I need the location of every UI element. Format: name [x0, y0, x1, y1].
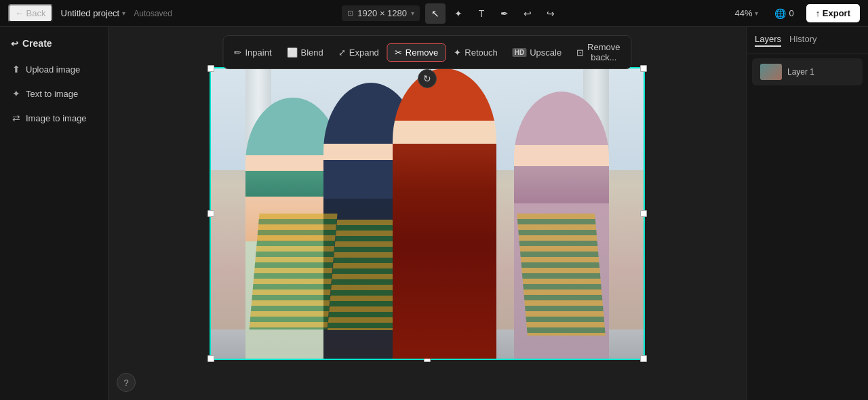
zoom-level: 44% [734, 8, 752, 18]
back-button[interactable]: ← Back [8, 4, 53, 22]
upscale-button[interactable]: HD Upscale [506, 44, 568, 61]
sidebar-image-to-image-label: Image to image [26, 113, 87, 123]
zoom-button[interactable]: 44% ▾ [730, 5, 762, 21]
layer-item[interactable]: Layer 1 [752, 58, 863, 85]
header-center: ⊡ 1920 × 1280 ▾ ↖ ✦ T ✒ ↩ ↪ [342, 3, 561, 24]
notif-icon: 🌐 [774, 8, 786, 19]
header-tools: ↖ ✦ T ✒ ↩ ↪ [425, 3, 561, 24]
tab-layers[interactable]: Layers [755, 34, 781, 47]
sidebar-item-text-to-image[interactable]: ✦ Text to image [5, 83, 102, 104]
remove-background-button[interactable]: ⊡ Remove back... [570, 39, 627, 66]
text-tool-button[interactable]: T [471, 3, 492, 24]
zoom-chevron-icon: ▾ [755, 9, 758, 17]
image-to-image-icon: ⇄ [12, 113, 20, 123]
main-content: ↩ Create ⬆ Upload image ✦ Text to image … [0, 27, 868, 400]
sidebar-item-image-to-image[interactable]: ⇄ Image to image [5, 107, 102, 129]
create-icon: ↩ [11, 39, 18, 49]
handle-top-right[interactable] [640, 65, 647, 72]
resolution-label: 1920 × 1280 [357, 8, 407, 18]
handle-middle-right[interactable] [640, 210, 647, 217]
handle-top-left[interactable] [208, 65, 214, 72]
notif-count: 0 [789, 8, 793, 18]
notification-button[interactable]: 🌐 0 [769, 5, 799, 22]
expand-icon: ⤢ [338, 47, 346, 58]
sidebar-text-to-image-label: Text to image [26, 89, 78, 99]
pen-tool-button[interactable]: ✒ [494, 3, 515, 24]
inpaint-icon: ✏ [234, 47, 241, 58]
blend-icon: ⬜ [287, 47, 298, 58]
refresh-area: ↻ [418, 69, 437, 88]
text-to-image-icon: ✦ [12, 88, 20, 99]
resolution-button[interactable]: ⊡ 1920 × 1280 ▾ [342, 5, 420, 21]
project-chevron-icon: ▾ [122, 9, 125, 17]
remove-button[interactable]: ✂ Remove [387, 43, 446, 62]
right-panel-header: Layers History [747, 27, 868, 54]
right-panel: Layers History Layer 1 [746, 27, 868, 400]
retouch-icon: ✦ [454, 47, 461, 58]
image-frame[interactable] [210, 67, 645, 360]
sidebar-title: ↩ Create [5, 35, 102, 56]
sidebar: ↩ Create ⬆ Upload image ✦ Text to image … [0, 27, 108, 400]
help-button[interactable]: ? [117, 373, 136, 392]
select-tool-button[interactable]: ↖ [425, 3, 446, 24]
remove-icon: ✂ [395, 47, 402, 58]
autosaved-label: Autosaved [134, 9, 172, 18]
app-header: ← Back Untitled project ▾ Autosaved ⊡ 19… [0, 0, 868, 27]
canvas-image [211, 68, 644, 359]
layer-name: Layer 1 [787, 67, 814, 77]
redo-button[interactable]: ↪ [540, 3, 561, 24]
layer-thumbnail [760, 64, 782, 80]
retouch-button[interactable]: ✦ Retouch [447, 44, 504, 61]
project-name[interactable]: Untitled project ▾ [61, 8, 126, 18]
tab-history[interactable]: History [789, 34, 816, 47]
refresh-button[interactable]: ↻ [418, 69, 437, 88]
upload-icon: ⬆ [12, 64, 20, 75]
handle-bottom-right[interactable] [640, 355, 647, 362]
blend-button[interactable]: ⬜ Blend [280, 44, 330, 61]
sidebar-upload-label: Upload image [26, 64, 80, 75]
sidebar-item-upload-image[interactable]: ⬆ Upload image [5, 58, 102, 80]
handle-middle-left[interactable] [208, 210, 214, 217]
export-button[interactable]: ↑ Export [806, 4, 860, 22]
canvas-area: ✏ Inpaint ⬜ Blend ⤢ Expand ✂ Remove ✦ Re… [108, 27, 746, 400]
header-left: ← Back Untitled project ▾ Autosaved [8, 4, 172, 22]
magic-tool-button[interactable]: ✦ [448, 3, 469, 24]
undo-button[interactable]: ↩ [517, 3, 538, 24]
resolution-chevron-icon: ▾ [411, 9, 414, 17]
refresh-icon: ↻ [423, 73, 431, 84]
header-right: 44% ▾ 🌐 0 ↑ Export [730, 4, 860, 22]
inpaint-button[interactable]: ✏ Inpaint [227, 44, 278, 61]
hd-icon: HD [513, 48, 526, 57]
right-panel-tabs: Layers History [755, 34, 816, 47]
canvas-toolbar: ✏ Inpaint ⬜ Blend ⤢ Expand ✂ Remove ✦ Re… [222, 35, 631, 69]
remove-bg-icon: ⊡ [576, 47, 584, 58]
handle-bottom-left[interactable] [208, 355, 214, 362]
expand-button[interactable]: ⤢ Expand [332, 44, 386, 61]
